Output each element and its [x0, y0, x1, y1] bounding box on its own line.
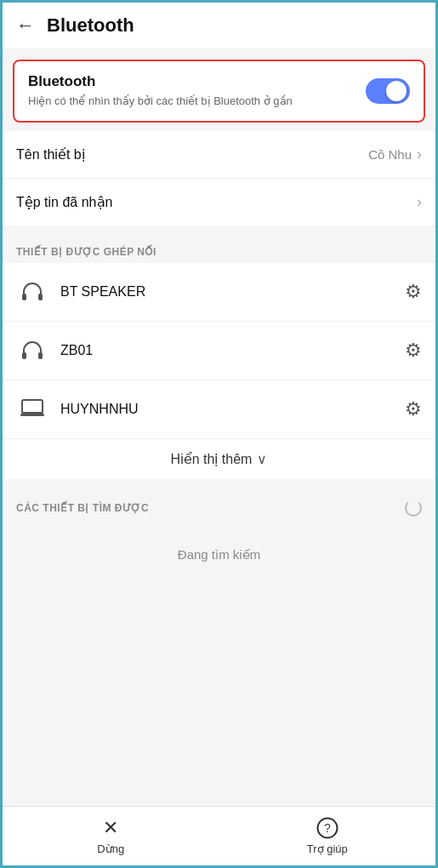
device-row-huynhnhu[interactable]: HUYNHNHU ⚙ — [3, 380, 435, 439]
svg-rect-0 — [22, 294, 26, 300]
svg-text:?: ? — [324, 821, 331, 835]
paired-devices-group: BT SPEAKER ⚙ ZB01 ⚙ — [3, 263, 435, 479]
help-label: Trợ giúp — [307, 842, 348, 855]
device-row-zb01[interactable]: ZB01 ⚙ — [3, 322, 435, 380]
bluetooth-toggle-text: Bluetooth Hiện có thể nhìn thấy bởi các … — [28, 73, 366, 109]
discovered-section: CÁC THIẾT BỊ TÌM ĐƯỢC Đang tìm kiếm — [3, 488, 435, 605]
content-area: Bluetooth Hiện có thể nhìn thấy bởi các … — [3, 49, 435, 806]
stop-label: Dừng — [97, 842, 124, 855]
bluetooth-toggle-title: Bluetooth — [28, 73, 356, 90]
received-files-right: › — [417, 193, 422, 211]
settings-group: Tên thiết bị Cô Nhu › Tệp tin đã nhận › — [3, 131, 435, 226]
headphones-icon-zb01 — [16, 334, 48, 367]
device-name-label: Tên thiết bị — [16, 146, 85, 163]
svg-rect-4 — [22, 400, 43, 414]
paired-section-header: THIẾT BỊ ĐƯỢC GHÉP NỐI — [3, 234, 435, 263]
discovered-header: CÁC THIẾT BỊ TÌM ĐƯỢC — [3, 488, 435, 522]
headphones-icon-bt-speaker — [16, 276, 48, 308]
page-title: Bluetooth — [47, 14, 134, 37]
device-name-bt-speaker: BT SPEAKER — [60, 284, 405, 300]
loading-spinner — [405, 500, 422, 517]
gear-icon-huynhnhu[interactable]: ⚙ — [405, 398, 422, 420]
device-name-row[interactable]: Tên thiết bị Cô Nhu › — [3, 131, 435, 179]
device-name-right: Cô Nhu › — [368, 146, 422, 163]
device-name-huynhnhu: HUYNHNHU — [60, 402, 405, 417]
svg-rect-6 — [20, 414, 44, 416]
device-row-bt-speaker[interactable]: BT SPEAKER ⚙ — [3, 263, 435, 322]
help-icon: ? — [316, 817, 338, 839]
chevron-icon-device-name: › — [417, 146, 422, 163]
chevron-down-icon: ∨ — [257, 451, 267, 467]
device-name-value: Cô Nhu — [368, 147, 412, 162]
stop-button[interactable]: ✕ Dừng — [3, 817, 219, 855]
laptop-icon-huynhnhu — [16, 393, 48, 425]
received-files-row[interactable]: Tệp tin đã nhận › — [3, 179, 435, 226]
gear-icon-bt-speaker[interactable]: ⚙ — [405, 281, 422, 303]
back-button[interactable]: ← — [16, 16, 35, 35]
device-name-zb01: ZB01 — [60, 343, 405, 358]
header: ← Bluetooth — [3, 3, 435, 49]
section-separator-1 — [3, 226, 435, 234]
bluetooth-toggle-description: Hiện có thể nhìn thấy bởi các thiết bị B… — [28, 94, 356, 109]
svg-rect-2 — [22, 352, 26, 359]
stop-icon: ✕ — [103, 817, 118, 839]
section-separator-2 — [3, 479, 435, 488]
bluetooth-toggle-switch[interactable] — [366, 78, 410, 104]
bluetooth-toggle-card[interactable]: Bluetooth Hiện có thể nhìn thấy bởi các … — [13, 60, 425, 123]
discovered-section-label: CÁC THIẾT BỊ TÌM ĐƯỢC — [16, 502, 149, 514]
received-files-label: Tệp tin đã nhận — [16, 194, 112, 210]
searching-text: Đang tìm kiếm — [3, 522, 435, 605]
help-button[interactable]: ? Trợ giúp — [219, 817, 436, 855]
show-more-row[interactable]: Hiển thị thêm ∨ — [3, 439, 435, 479]
show-more-label: Hiển thị thêm — [171, 451, 253, 467]
bottom-bar: ✕ Dừng ? Trợ giúp — [3, 806, 435, 865]
svg-rect-1 — [38, 294, 43, 300]
svg-rect-5 — [22, 412, 43, 414]
svg-rect-3 — [38, 352, 43, 359]
phone-frame: ← Bluetooth Bluetooth Hiện có thể nhìn t… — [0, 0, 438, 868]
gear-icon-zb01[interactable]: ⚙ — [405, 340, 422, 362]
chevron-icon-received-files: › — [417, 193, 422, 211]
